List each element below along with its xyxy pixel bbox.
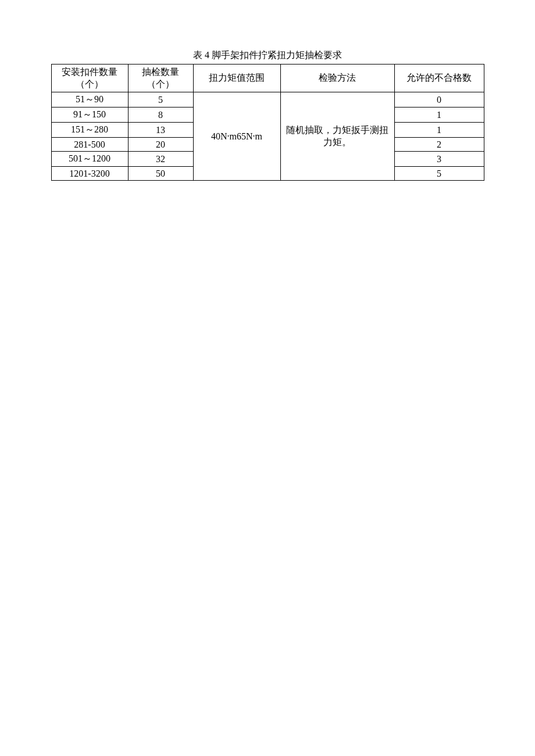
- cell-qty-range: 91～150: [51, 108, 128, 123]
- header-torque-range: 扭力矩值范围: [193, 65, 280, 92]
- table-header-row: 安装扣件数量（个） 抽检数量（个） 扭力矩值范围 检验方法 允许的不合格数: [51, 65, 484, 92]
- cell-allowed: 0: [394, 92, 484, 108]
- header-inspection-method: 检验方法: [280, 65, 394, 92]
- torque-inspection-table: 安装扣件数量（个） 抽检数量（个） 扭力矩值范围 检验方法 允许的不合格数 51…: [51, 64, 484, 181]
- cell-torque-range: 40N·m65N·m: [193, 92, 280, 181]
- table-row: 51～90 5 40N·m65N·m 随机抽取，力矩扳手测扭力矩。 0: [51, 92, 484, 108]
- cell-sample: 8: [128, 108, 193, 123]
- header-install-qty: 安装扣件数量（个）: [51, 65, 128, 92]
- cell-sample: 20: [128, 138, 193, 152]
- cell-allowed: 5: [394, 167, 484, 181]
- cell-qty-range: 501～1200: [51, 152, 128, 167]
- cell-qty-range: 1201-3200: [51, 167, 128, 181]
- cell-allowed: 1: [394, 108, 484, 123]
- cell-allowed: 3: [394, 152, 484, 167]
- cell-sample: 32: [128, 152, 193, 167]
- cell-qty-range: 151～280: [51, 123, 128, 138]
- table-title: 表 4 脚手架扣件拧紧扭力矩抽检要求: [0, 49, 535, 62]
- cell-sample: 50: [128, 167, 193, 181]
- cell-qty-range: 281-500: [51, 138, 128, 152]
- header-allowed-defects: 允许的不合格数: [394, 65, 484, 92]
- cell-inspection-method: 随机抽取，力矩扳手测扭力矩。: [280, 92, 394, 181]
- cell-qty-range: 51～90: [51, 92, 128, 108]
- cell-sample: 5: [128, 92, 193, 108]
- cell-allowed: 1: [394, 123, 484, 138]
- cell-allowed: 2: [394, 138, 484, 152]
- header-sample-qty: 抽检数量（个）: [128, 65, 193, 92]
- cell-sample: 13: [128, 123, 193, 138]
